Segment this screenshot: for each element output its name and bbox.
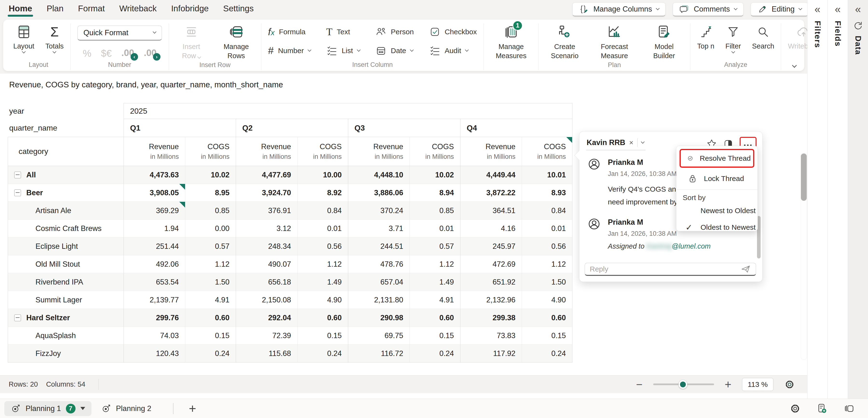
comments-button[interactable]: Comments [673,2,743,17]
table-cell[interactable]: 492.06 [124,255,185,273]
table-cell[interactable]: 0.57 [409,237,460,255]
table-cell[interactable]: 0.60 [409,309,460,327]
table-cell[interactable]: 10.00 [297,166,348,184]
table-cell[interactable]: 10.01 [522,166,572,184]
table-cell[interactable]: 248.34 [236,237,297,255]
table-cell[interactable]: 4,448.10 [348,166,409,184]
currency-format-button[interactable]: $€ [101,49,112,58]
tab-planning-1[interactable]: Planning 1 7 [4,401,91,416]
table-cell[interactable]: 4,473.63 [124,166,185,184]
table-cell[interactable]: 0.84 [297,202,348,220]
sort-newest-option[interactable]: Newest to Oldest [676,203,757,219]
table-cell[interactable]: 0.56 [297,237,348,255]
decrease-decimal-button[interactable]: .00‹ [121,48,134,58]
table-cell[interactable]: 0.85 [185,202,236,220]
table-cell[interactable]: 364.51 [460,202,522,220]
create-scenario-button[interactable]: Create Scenario [546,23,584,60]
add-sheet-button[interactable]: + [189,401,196,416]
table-cell[interactable]: 10.02 [409,166,460,184]
measure-header-cell[interactable]: Revenuein Millions [124,137,185,166]
table-cell[interactable]: 8.92 [297,184,348,202]
table-cell[interactable]: 4.90 [522,291,572,309]
table-cell[interactable]: 2,131.80 [348,291,409,309]
table-cell[interactable]: 245.97 [460,237,522,255]
menu-writeback[interactable]: Writeback [119,4,157,13]
menu-plan[interactable]: Plan [46,4,64,13]
row-label[interactable]: Old Mill Stout [8,255,124,273]
table-cell[interactable]: 3,872.22 [460,184,522,202]
lock-thread-menu-item[interactable]: Lock Thread [676,170,757,187]
refresh-icon[interactable] [852,20,864,31]
sort-oldest-option[interactable]: ✓ Oldest to Newest [676,219,757,236]
table-cell[interactable]: 10.02 [185,166,236,184]
row-label[interactable]: Hard Seltzer [8,309,124,327]
manage-columns-button[interactable]: Manage Columns [572,2,665,17]
person-button[interactable]: Person [375,26,414,37]
table-cell[interactable]: 472.69 [460,255,522,273]
table-cell[interactable]: 3.71 [348,220,409,237]
table-cell[interactable]: 73.83 [460,327,522,345]
table-cell[interactable]: 0.57 [185,237,236,255]
table-cell[interactable]: 1.12 [185,255,236,273]
quarter-header-cell[interactable]: Q3 [348,119,460,137]
zoom-slider[interactable] [653,384,714,385]
row-label[interactable]: All [8,166,124,184]
row-label[interactable]: Riverbend IPA [8,273,124,291]
add-page-icon[interactable] [816,403,828,414]
checkbox-button[interactable]: Checkbox [429,26,477,37]
data-rail[interactable]: « Data [848,0,868,399]
table-cell[interactable]: 3,886.06 [348,184,409,202]
table-cell[interactable]: 0.85 [409,202,460,220]
table-cell[interactable]: 657.04 [348,273,409,291]
table-cell[interactable]: 478.76 [348,255,409,273]
table-cell[interactable]: 1.12 [409,255,460,273]
manage-rows-button[interactable]: Manage Rows [218,23,254,60]
assignee-email-domain[interactable]: @lumel.com [672,242,711,250]
search-button[interactable]: Search [752,23,774,50]
row-label[interactable]: Summit Lager [8,291,124,309]
table-cell[interactable]: 653.54 [124,273,185,291]
quarter-header-cell[interactable]: Q2 [236,119,348,137]
model-builder-button[interactable]: Model Builder [645,23,683,60]
table-cell[interactable]: 292.04 [236,309,297,327]
measure-header-cell[interactable]: COGSin Millions [185,137,236,166]
thread-chip-close-icon[interactable]: × [629,139,633,147]
table-cell[interactable]: 74.03 [124,327,185,345]
row-label[interactable]: FizzJoy [8,345,124,362]
table-cell[interactable]: 0.60 [297,309,348,327]
table-cell[interactable]: 1.49 [409,273,460,291]
reply-input[interactable]: Reply [585,263,756,276]
row-label[interactable]: Eclipse Light [8,237,124,255]
table-cell[interactable]: 3,924.70 [236,184,297,202]
expand-panel-icon[interactable]: « [835,4,840,14]
table-cell[interactable]: 251.44 [124,237,185,255]
fields-rail[interactable]: « Fields [828,0,848,399]
table-cell[interactable]: 0.84 [522,202,572,220]
table-cell[interactable]: 8.94 [409,184,460,202]
table-cell[interactable]: 1.50 [522,273,572,291]
table-cell[interactable]: 115.68 [236,345,297,362]
audit-button[interactable]: Audit [429,45,477,56]
percent-format-button[interactable]: % [83,49,91,58]
measure-header-cell[interactable]: Revenuein Millions [236,137,297,166]
resolve-thread-menu-item[interactable]: Resolve Thread [680,149,754,168]
number-column-button[interactable]: # Number [268,45,311,57]
thread-filter-chip[interactable]: Kavin RRB × [586,137,646,150]
table-cell[interactable]: 0.01 [522,220,572,237]
table-cell[interactable]: 299.38 [460,309,522,327]
table-cell[interactable]: 376.91 [236,202,297,220]
collapse-box-icon[interactable] [14,189,21,196]
table-cell[interactable]: 117.92 [460,345,522,362]
table-cell[interactable]: 2,139.77 [124,291,185,309]
table-cell[interactable]: 4,477.69 [236,166,297,184]
menu-settings[interactable]: Settings [223,4,254,13]
forecast-measure-button[interactable]: Forecast Measure [595,23,634,60]
table-cell[interactable]: 4.16 [460,220,522,237]
filters-rail[interactable]: « Filters [807,0,828,399]
table-cell[interactable]: 1.12 [297,255,348,273]
table-cell[interactable]: 4,449.44 [460,166,522,184]
table-cell[interactable]: 8.93 [522,184,572,202]
table-cell[interactable]: 8.95 [185,184,236,202]
table-cell[interactable]: 299.76 [124,309,185,327]
chevron-down-icon[interactable] [641,140,645,144]
